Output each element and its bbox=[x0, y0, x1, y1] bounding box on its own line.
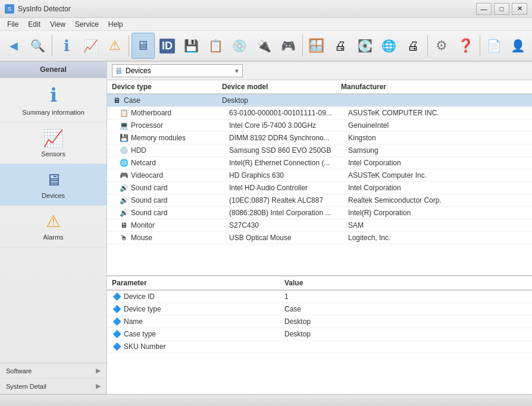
detail-value-cell: 1 bbox=[284, 292, 527, 301]
toolbar-separator-4 bbox=[427, 35, 428, 56]
sidebar-item-summary[interactable]: ℹ Summary information bbox=[0, 78, 107, 122]
toolbar-devices[interactable]: 🖥 bbox=[132, 33, 155, 59]
detail-body: 🔷 Device ID 1 🔷 Device type Case 🔷 Name … bbox=[107, 291, 532, 394]
device-model-cell: Samsung SSD 860 EVO 250GB bbox=[229, 146, 348, 155]
menu-service[interactable]: Service bbox=[70, 19, 104, 30]
menu-bar: File Edit View Service Help bbox=[0, 18, 532, 31]
window-title: SysInfo Detector bbox=[18, 5, 71, 13]
detail-row[interactable]: 🔷 SKU Number bbox=[107, 341, 532, 353]
toolbar-info[interactable]: ℹ bbox=[55, 33, 78, 59]
detail-row[interactable]: 🔷 Device type Case bbox=[107, 303, 532, 316]
toolbar-report[interactable]: 📄 bbox=[483, 33, 506, 59]
app-icon: S bbox=[5, 4, 14, 14]
device-type-cell: Mouse bbox=[131, 234, 229, 242]
toolbar-memory[interactable]: 💾 bbox=[180, 33, 203, 59]
toolbar-monitor[interactable]: 🖨 bbox=[329, 33, 352, 59]
toolbar: ◀ 🔍 ℹ 📈 ⚠ 🖥 ID 💾 📋 💿 🔌 🎮 🪟 🖨 💽 🌐 🖨 ⚙ ❓ 📄… bbox=[0, 31, 532, 62]
sidebar-header: General bbox=[0, 62, 107, 78]
table-row[interactable]: 🖥 Case Desktop bbox=[107, 95, 532, 107]
menu-edit[interactable]: Edit bbox=[23, 19, 45, 30]
device-type-cell: Processor bbox=[131, 121, 229, 130]
sidebar-item-alarms[interactable]: ⚠ Alarms bbox=[0, 206, 107, 247]
sidebar-item-devices[interactable]: 🖥 Devices bbox=[0, 164, 107, 206]
table-row[interactable]: 💿 HDD Samsung SSD 860 EVO 250GB Samsung bbox=[107, 144, 532, 157]
close-button[interactable]: ✕ bbox=[512, 3, 527, 15]
case-type-icon: 🔷 bbox=[112, 329, 121, 339]
device-model-cell: DIMM 8192 DDR4 Synchrono... bbox=[229, 134, 348, 142]
detail-header: Parameter Value bbox=[107, 276, 532, 291]
manufacturer-cell: Kingston bbox=[348, 134, 527, 142]
toolbar-separator-3 bbox=[302, 35, 303, 56]
minimize-button[interactable]: — bbox=[476, 3, 492, 15]
toolbar-back[interactable]: ◀ bbox=[2, 33, 26, 59]
toolbar-hdd[interactable]: 💿 bbox=[229, 33, 252, 59]
sidebar-system-detail[interactable]: System Detail ▶ bbox=[0, 379, 107, 394]
table-row[interactable]: 🖥 Monitor S27C430 SAM bbox=[107, 219, 532, 232]
table-row[interactable]: 💻 Processor Intel Core i5-7400 3.00GHz G… bbox=[107, 119, 532, 132]
toolbar-separator-2 bbox=[129, 35, 129, 56]
soundcard2-icon: 🔊 bbox=[119, 196, 129, 205]
dropdown-devices-icon: 🖥 bbox=[115, 66, 123, 75]
toolbar-separator-1 bbox=[52, 35, 52, 56]
toolbar-alerts[interactable]: ⚠ bbox=[104, 33, 127, 59]
device-model-cell: Intel(R) Ethernet Connection (... bbox=[229, 159, 348, 167]
table-row[interactable]: 🔊 Sound card Intel HD Audio Controller I… bbox=[107, 182, 532, 194]
table-row[interactable]: 🎮 Videocard HD Graphics 630 ASUSTeK Comp… bbox=[107, 169, 532, 182]
menu-help[interactable]: Help bbox=[104, 19, 128, 30]
table-row[interactable]: 🖱 Mouse USB Optical Mouse Logitech, Inc. bbox=[107, 232, 532, 244]
device-table-section: Device type Device model Manufacturer 🖥 … bbox=[107, 80, 532, 275]
toolbar-printer[interactable]: 🖨 bbox=[402, 33, 425, 59]
table-row[interactable]: 🔊 Sound card (10EC:0887) Realtek ALC887 … bbox=[107, 194, 532, 207]
col-header-manufacturer: Manufacturer bbox=[341, 83, 527, 91]
detail-row[interactable]: 🔷 Device ID 1 bbox=[107, 291, 532, 303]
toolbar-help[interactable]: ❓ bbox=[454, 33, 477, 59]
menu-file[interactable]: File bbox=[2, 19, 23, 30]
toolbar-sensors[interactable]: 📈 bbox=[79, 33, 102, 59]
table-row[interactable]: 🔊 Sound card (8086:280B) Intel Corporati… bbox=[107, 207, 532, 219]
device-type-cell: Sound card bbox=[131, 209, 229, 217]
detail-row[interactable]: 🔷 Case type Desktop bbox=[107, 328, 532, 341]
content-area: 🖥 Devices ▼ Device type Device model Man… bbox=[107, 62, 532, 394]
toolbar-search[interactable]: 🔍 bbox=[27, 33, 50, 59]
table-row[interactable]: 🌐 Netcard Intel(R) Ethernet Connection (… bbox=[107, 157, 532, 169]
device-type-cell: Case bbox=[124, 96, 222, 105]
detail-row[interactable]: 🔷 Name Desktop bbox=[107, 316, 532, 328]
toolbar-dvd[interactable]: 💽 bbox=[353, 33, 377, 59]
toolbar-windows[interactable]: 🪟 bbox=[305, 33, 328, 59]
dropdown-arrow-icon: ▼ bbox=[234, 68, 240, 74]
device-model-cell: (8086:280B) Intel Corporation ... bbox=[229, 209, 348, 217]
sku-icon: 🔷 bbox=[112, 342, 121, 351]
status-bar bbox=[0, 394, 532, 406]
title-bar-controls[interactable]: — □ ✕ bbox=[476, 3, 527, 15]
netcard-icon: 🌐 bbox=[119, 158, 129, 168]
motherboard-icon: 📋 bbox=[119, 108, 129, 118]
col-header-device-model: Device model bbox=[222, 83, 341, 91]
toolbar-id[interactable]: ID bbox=[156, 33, 179, 59]
toolbar-usb[interactable]: 🔌 bbox=[252, 33, 276, 59]
devices-icon: 🖥 bbox=[45, 170, 62, 190]
content-header: 🖥 Devices ▼ bbox=[107, 62, 532, 80]
videocard-icon: 🎮 bbox=[119, 171, 129, 180]
manufacturer-cell: Intel Corporation bbox=[348, 184, 527, 192]
toolbar-network[interactable]: 🌐 bbox=[377, 33, 400, 59]
toolbar-gpu[interactable]: 🎮 bbox=[277, 33, 300, 59]
sidebar-items: ℹ Summary information 📈 Sensors 🖥 Device… bbox=[0, 78, 107, 363]
detail-param-cell: SKU Number bbox=[124, 342, 284, 351]
device-model-cell: USB Optical Mouse bbox=[229, 234, 348, 242]
manufacturer-cell: Logitech, Inc. bbox=[348, 234, 527, 242]
device-model-cell: Intel HD Audio Controller bbox=[229, 184, 348, 192]
table-row[interactable]: 💾 Memory modules DIMM 8192 DDR4 Synchron… bbox=[107, 132, 532, 144]
table-row[interactable]: 📋 Motherboard 63-0100-000001-00101111-09… bbox=[107, 107, 532, 119]
manufacturer-cell: SAM bbox=[348, 221, 527, 229]
devices-dropdown[interactable]: 🖥 Devices ▼ bbox=[112, 64, 243, 77]
sidebar-software[interactable]: Software ▶ bbox=[0, 363, 107, 379]
manufacturer-cell: ASUSTeK COMPUTER INC. bbox=[348, 109, 527, 117]
toolbar-board[interactable]: 📋 bbox=[204, 33, 227, 59]
sidebar-item-sensors[interactable]: 📈 Sensors bbox=[0, 122, 107, 164]
toolbar-user[interactable]: 👤 bbox=[507, 33, 530, 59]
toolbar-settings[interactable]: ⚙ bbox=[430, 33, 453, 59]
sidebar-bottom: Software ▶ System Detail ▶ bbox=[0, 363, 107, 394]
menu-view[interactable]: View bbox=[45, 19, 70, 30]
detail-param-cell: Device ID bbox=[124, 292, 284, 301]
maximize-button[interactable]: □ bbox=[494, 3, 509, 15]
